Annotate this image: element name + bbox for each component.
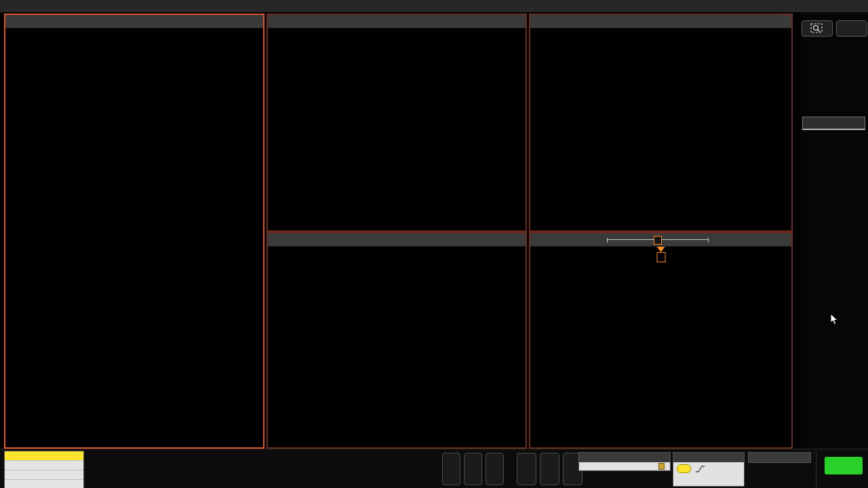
channel4-color-stripe <box>488 455 501 458</box>
trigger-title <box>673 453 744 462</box>
ref-color-stripe <box>542 455 557 458</box>
channel-buttons <box>442 453 583 485</box>
channel1-badge[interactable] <box>4 451 84 488</box>
trigger-arrow-icon <box>657 247 665 252</box>
histogram-canvas[interactable] <box>268 28 526 230</box>
triggered-status-badge <box>825 457 863 474</box>
eye-canvas[interactable] <box>530 28 791 230</box>
spectrum-plot-area[interactable] <box>268 247 526 447</box>
channel1-termination <box>5 470 83 479</box>
plot1-title-bar[interactable] <box>530 15 791 28</box>
menu-bar <box>0 0 868 12</box>
horizontal-panel[interactable] <box>578 452 671 471</box>
plot4-title-bar[interactable] <box>5 15 263 28</box>
acquisition-panel[interactable] <box>748 452 811 463</box>
right-sidebar <box>800 12 868 449</box>
channel2-color-stripe <box>445 455 458 458</box>
plot2-title-bar[interactable] <box>268 233 526 247</box>
trigger-source-badge <box>677 464 691 473</box>
channel4-button[interactable] <box>486 453 504 485</box>
horizontal-title <box>579 453 670 462</box>
plot4-bathtub-panel <box>4 14 264 449</box>
acquisition-window-bracket <box>607 236 709 244</box>
mouse-cursor <box>830 314 840 326</box>
visual-search-icon <box>810 22 825 35</box>
trigger-panel[interactable] <box>673 452 745 487</box>
channel3-button[interactable] <box>464 453 482 485</box>
more-button[interactable] <box>836 20 867 37</box>
reference-point-icon <box>658 463 665 470</box>
eye-plot-area[interactable] <box>530 28 791 230</box>
plot1-eye-panel <box>529 14 793 232</box>
add-new-ref-button[interactable] <box>540 453 559 485</box>
channel1-name <box>5 451 83 460</box>
channel-label <box>533 339 538 340</box>
meas1-subtitle <box>803 129 865 129</box>
position-value-wrap <box>658 462 667 470</box>
waveform-plot-area[interactable] <box>530 247 791 447</box>
channel3-color-stripe <box>467 455 479 458</box>
bottom-bar-divider <box>816 451 816 487</box>
plot3-title-bar[interactable] <box>268 15 526 28</box>
acquisition-title <box>749 453 810 462</box>
add-new-grid-2 <box>800 20 868 37</box>
trigger-settings-row <box>673 462 744 475</box>
meas1-results-badge[interactable] <box>802 117 865 130</box>
channel1-scale <box>5 460 83 470</box>
trigger-marker[interactable] <box>656 247 665 262</box>
waveform-title-bar[interactable] <box>530 233 791 247</box>
bathtub-canvas[interactable] <box>5 28 263 447</box>
add-new-math-button[interactable] <box>517 453 536 485</box>
rising-edge-icon <box>695 465 705 473</box>
math-color-stripe <box>519 455 534 458</box>
horizontal-row3 <box>579 462 670 470</box>
bottom-bar <box>0 449 868 488</box>
histogram-plot-area[interactable] <box>268 28 526 230</box>
plot3-histogram-panel <box>267 14 527 232</box>
plot2-spectrum-panel <box>267 232 527 449</box>
meas1-header <box>803 117 865 129</box>
trigger-position-icon[interactable] <box>654 236 662 245</box>
bus-color-stripe <box>566 455 580 458</box>
waveform-view-panel <box>529 232 793 449</box>
bathtub-plot-area[interactable] <box>5 28 263 447</box>
visual-search-button[interactable] <box>802 20 833 37</box>
channel1-bandwidth <box>5 479 83 488</box>
spectrum-canvas[interactable] <box>268 247 526 447</box>
trigger-t-icon <box>656 252 665 262</box>
channel2-button[interactable] <box>442 453 460 485</box>
waveform-canvas[interactable] <box>530 247 791 447</box>
